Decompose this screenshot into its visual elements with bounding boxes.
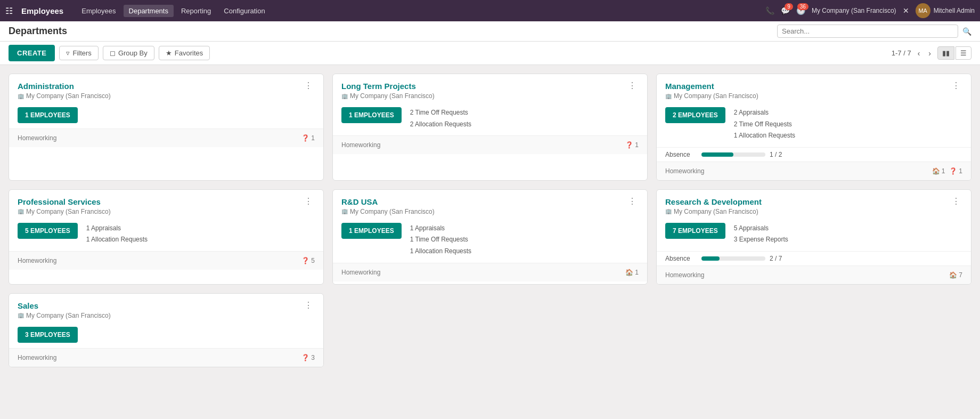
filters-label: Filters bbox=[72, 49, 91, 57]
hw-icon: ❓ bbox=[301, 257, 309, 264]
favorites-button[interactable]: ★ Favorites bbox=[159, 46, 210, 60]
building-icon: 🏢 bbox=[18, 208, 24, 214]
homeworking-stat: ❓ 5 bbox=[301, 257, 315, 264]
kebab-menu-button[interactable]: ⋮ bbox=[950, 197, 962, 206]
prev-page-button[interactable]: ‹ bbox=[916, 48, 922, 59]
card-body: 1 EMPLOYEES 1 Appraisals1 Time Off Reque… bbox=[333, 221, 647, 263]
next-page-button[interactable]: › bbox=[926, 48, 933, 59]
card-stats: 5 Appraisals3 Expense Reports bbox=[734, 223, 788, 246]
card-body: 1 EMPLOYEES 2 Time Off Requests2 Allocat… bbox=[333, 105, 647, 135]
hw-icon: ❓ bbox=[301, 134, 309, 142]
kebab-menu-button[interactable]: ⋮ bbox=[626, 197, 639, 206]
group-by-label: Group By bbox=[118, 49, 148, 57]
building-icon: 🏢 bbox=[18, 93, 24, 99]
dept-title[interactable]: Administration bbox=[18, 82, 111, 91]
stat-item: 1 Allocation Requests bbox=[734, 130, 795, 142]
clock-icon[interactable]: 🕐 36 bbox=[796, 6, 805, 15]
card-title-group: Professional Services 🏢 My Company (San … bbox=[18, 197, 111, 215]
absence-section: Absence 1 / 2 bbox=[657, 147, 971, 162]
employees-button[interactable]: 5 EMPLOYEES bbox=[18, 223, 78, 239]
dept-title[interactable]: R&D USA bbox=[341, 197, 435, 206]
homeworking-stat2: ❓ 1 bbox=[949, 167, 962, 175]
kanban-view-button[interactable]: ▮▮ bbox=[937, 46, 954, 60]
absence-row: Absence 1 / 2 bbox=[665, 151, 962, 158]
absence-label: Absence bbox=[665, 255, 697, 262]
nav-reporting[interactable]: Reporting bbox=[176, 5, 216, 17]
dept-card-rd-usa: R&D USA 🏢 My Company (San Francisco) ⋮ 1… bbox=[332, 189, 648, 285]
group-by-button[interactable]: ◻ Group By bbox=[103, 46, 154, 60]
apps-icon[interactable]: ☷ bbox=[5, 6, 13, 16]
card-company: 🏢 My Company (San Francisco) bbox=[341, 92, 435, 100]
card-body: 2 EMPLOYEES 2 Appraisals2 Time Off Reque… bbox=[657, 105, 971, 147]
filters-button[interactable]: ▿ Filters bbox=[59, 46, 98, 60]
card-title-group: Management 🏢 My Company (San Francisco) bbox=[665, 82, 758, 100]
absence-section: Absence 2 / 7 bbox=[657, 251, 971, 265]
create-button[interactable]: CREATE bbox=[9, 45, 55, 61]
building-icon: 🏢 bbox=[665, 93, 672, 99]
nav-configuration[interactable]: Configuration bbox=[218, 5, 270, 17]
kebab-menu-button[interactable]: ⋮ bbox=[302, 197, 315, 206]
homeworking-count: 1 bbox=[635, 269, 639, 276]
employees-button[interactable]: 1 EMPLOYEES bbox=[18, 107, 78, 123]
search-input[interactable] bbox=[782, 27, 953, 35]
company-name: My Company (San Francisco) bbox=[812, 7, 896, 14]
home-icon: 🏠 bbox=[932, 167, 940, 175]
dept-title[interactable]: Sales bbox=[18, 301, 111, 310]
absence-count: 2 / 7 bbox=[770, 255, 782, 262]
card-header: Administration 🏢 My Company (San Francis… bbox=[9, 74, 323, 105]
card-header: Professional Services 🏢 My Company (San … bbox=[9, 190, 323, 221]
employees-button[interactable]: 1 EMPLOYEES bbox=[341, 223, 402, 239]
footer-right: ❓ 1 bbox=[301, 134, 315, 142]
homeworking-label: Homeworking bbox=[18, 134, 56, 142]
stat-item: 2 Appraisals bbox=[734, 107, 795, 119]
dept-card-long-term-projects: Long Term Projects 🏢 My Company (San Fra… bbox=[332, 74, 648, 181]
filter-icon: ▿ bbox=[66, 49, 70, 57]
chat-icon[interactable]: 💬 9 bbox=[781, 6, 790, 15]
employees-button[interactable]: 1 EMPLOYEES bbox=[341, 107, 402, 123]
page-title: Departments bbox=[9, 26, 777, 37]
stat-item: 5 Appraisals bbox=[734, 223, 788, 235]
stat-item: 1 Appraisals bbox=[410, 223, 471, 235]
kebab-menu-button[interactable]: ⋮ bbox=[950, 82, 962, 90]
homeworking-label: Homeworking bbox=[18, 354, 56, 361]
card-title-group: Sales 🏢 My Company (San Francisco) bbox=[18, 301, 111, 319]
building-icon: 🏢 bbox=[665, 208, 672, 214]
stat-item: 2 Time Off Requests bbox=[734, 119, 795, 131]
dept-title[interactable]: Research & Development bbox=[665, 197, 762, 206]
list-view-button[interactable]: ☰ bbox=[956, 46, 971, 60]
employees-button[interactable]: 2 EMPLOYEES bbox=[665, 107, 725, 123]
dept-title[interactable]: Professional Services bbox=[18, 197, 111, 206]
phone-icon[interactable]: 📞 bbox=[765, 6, 774, 15]
kebab-menu-button[interactable]: ⋮ bbox=[626, 82, 639, 90]
homeworking-count: 3 bbox=[311, 354, 315, 361]
homeworking-count: 1 bbox=[942, 167, 945, 175]
dept-title[interactable]: Management bbox=[665, 82, 758, 91]
stat-item: 1 Allocation Requests bbox=[86, 234, 148, 246]
user-name: Mitchell Admin bbox=[934, 7, 975, 14]
kebab-menu-button[interactable]: ⋮ bbox=[302, 301, 315, 310]
search-icon[interactable]: 🔍 bbox=[962, 27, 971, 36]
question-icon: ❓ bbox=[949, 167, 957, 175]
user-menu[interactable]: MA Mitchell Admin bbox=[916, 3, 975, 18]
card-company: 🏢 My Company (San Francisco) bbox=[665, 208, 762, 215]
search-bar bbox=[777, 25, 958, 38]
homeworking-label: Homeworking bbox=[341, 269, 380, 276]
cross-icon[interactable]: ✕ bbox=[903, 6, 909, 15]
card-footer: Homeworking ❓ 5 bbox=[9, 251, 323, 270]
favorites-label: Favorites bbox=[175, 49, 203, 57]
card-body: 1 EMPLOYEES bbox=[9, 105, 323, 128]
absence-row: Absence 2 / 7 bbox=[665, 255, 962, 262]
stat-item: 3 Expense Reports bbox=[734, 234, 788, 246]
card-company: 🏢 My Company (San Francisco) bbox=[665, 92, 758, 100]
kebab-menu-button[interactable]: ⋮ bbox=[302, 82, 315, 90]
homeworking-count2: 1 bbox=[959, 167, 962, 175]
toolbar: CREATE ▿ Filters ◻ Group By ★ Favorites … bbox=[0, 42, 980, 65]
nav-right-icons: 📞 💬 9 🕐 36 My Company (San Francisco) ✕ … bbox=[765, 3, 975, 18]
employees-button[interactable]: 3 EMPLOYEES bbox=[18, 327, 78, 343]
hw-icon: 🏠 bbox=[949, 271, 957, 279]
dept-title[interactable]: Long Term Projects bbox=[341, 82, 435, 91]
company-name: My Company (San Francisco) bbox=[350, 92, 435, 100]
nav-employees[interactable]: Employees bbox=[76, 5, 121, 17]
nav-departments[interactable]: Departments bbox=[124, 5, 174, 17]
employees-button[interactable]: 7 EMPLOYEES bbox=[665, 223, 725, 239]
